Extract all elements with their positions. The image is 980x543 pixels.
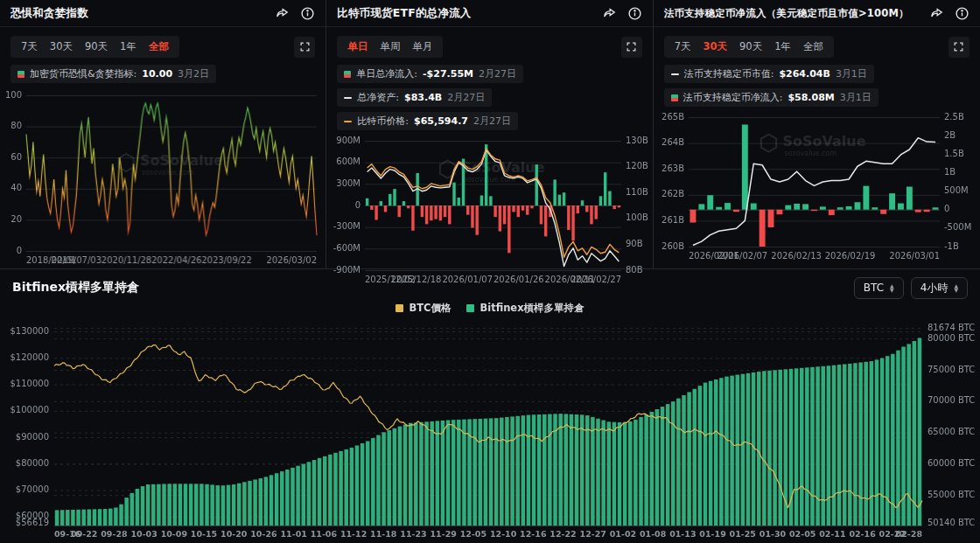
stablecoin-controls: 7天 30天 90天 1年 全部 xyxy=(654,27,980,58)
bitfinex-selectors: BTC ▲▼ 4小時 ▲▼ xyxy=(854,277,968,299)
tab-90d[interactable]: 90天 xyxy=(80,38,113,55)
btc-etf-panel: 比特币现货ETF的总净流入 单日 单周 单月 单日 xyxy=(326,0,653,268)
panel-title: 法币支持稳定币净流入（美元稳定币且市值>100M） xyxy=(664,7,909,20)
legend-value: $264.04B xyxy=(779,68,830,80)
stablecoin-legend: 法币支持稳定币市值: $264.04B 3月1日 法币支持稳定币净流入: $58… xyxy=(654,58,980,107)
legend-label: 加密货币恐惧&贪婪指标: xyxy=(30,67,136,80)
white-line-swatch-icon xyxy=(344,97,352,99)
header-icons xyxy=(602,6,642,21)
tab-all[interactable]: 全部 xyxy=(798,38,829,55)
asset-dropdown-value: BTC xyxy=(864,282,884,294)
info-icon[interactable] xyxy=(300,6,315,21)
legend-item: 单日总净流入: -$27.55M 2月27日 xyxy=(337,65,523,83)
legend-item: 法币支持稳定币净流入: $58.08M 3月1日 xyxy=(664,88,878,107)
header-icons xyxy=(275,6,315,21)
tab-daily[interactable]: 单日 xyxy=(342,38,373,55)
fullscreen-button[interactable] xyxy=(621,37,642,58)
info-icon[interactable] xyxy=(955,6,970,21)
panel-title: 比特币现货ETF的总净流入 xyxy=(337,6,471,21)
range-tab-group: 7天 30天 90天 1年 全部 xyxy=(10,36,179,58)
top-row: 恐惧和贪婪指数 7天 30天 90天 1年 全部 xyxy=(0,0,980,269)
legend-label: Bitfinex槓桿多單持倉 xyxy=(480,302,584,315)
bitfinex-panel: Bitfinex槓桿多單持倉 BTC ▲▼ 4小時 ▲▼ BTC價格 Bitfi… xyxy=(0,269,980,543)
interval-dropdown-value: 4小時 xyxy=(920,281,948,296)
legend-value: $58.08M xyxy=(788,92,834,103)
tab-all[interactable]: 全部 xyxy=(144,38,174,55)
asset-dropdown[interactable]: BTC ▲▼ xyxy=(854,277,904,299)
share-icon[interactable] xyxy=(275,6,290,21)
btc-etf-header: 比特币现货ETF的总净流入 xyxy=(326,0,652,27)
crypto-dashboard: 恐惧和贪婪指数 7天 30天 90天 1年 全部 xyxy=(0,0,980,543)
yellow-square-icon xyxy=(396,304,403,312)
panel-title: 恐惧和贪婪指数 xyxy=(10,6,88,21)
tab-7d[interactable]: 7天 xyxy=(16,38,43,55)
legend-date: 2月27日 xyxy=(479,67,516,80)
bitfinex-legend: BTC價格 Bitfinex槓桿多單持倉 xyxy=(0,299,980,317)
legend-value: $65,594.7 xyxy=(414,115,468,127)
stablecoin-panel: 法币支持稳定币净流入（美元稳定币且市值>100M） 7天 30天 90天 1年 … xyxy=(654,0,980,268)
legend-label: 法币支持稳定币市值: xyxy=(684,67,774,80)
stablecoin-chart xyxy=(654,110,980,264)
legend-item: 加密货币恐惧&贪婪指标: 10.00 3月2日 xyxy=(10,65,216,83)
legend-date: 3月2日 xyxy=(178,67,209,80)
info-icon[interactable] xyxy=(627,6,642,21)
range-tab-group: 7天 30天 90天 1年 全部 xyxy=(664,36,834,58)
fear-greed-panel: 恐惧和贪婪指数 7天 30天 90天 1年 全部 xyxy=(0,0,326,268)
legend-label: 单日总净流入: xyxy=(356,67,417,80)
orange-line-swatch-icon xyxy=(344,121,352,122)
btc-etf-controls: 单日 单周 单月 xyxy=(326,27,652,58)
legend-label: 总净资产: xyxy=(357,91,399,104)
header-icons xyxy=(929,6,970,21)
interval-dropdown[interactable]: 4小時 ▲▼ xyxy=(911,277,968,299)
white-line-swatch-icon xyxy=(671,73,679,75)
tab-monthly[interactable]: 单月 xyxy=(407,38,438,55)
legend-date: 3月1日 xyxy=(836,67,867,80)
updown-caret-icon: ▲▼ xyxy=(890,283,894,292)
green-square-icon xyxy=(466,304,474,312)
legend-label: 法币支持稳定币净流入: xyxy=(683,91,783,104)
fullscreen-button[interactable] xyxy=(294,37,315,58)
tab-weekly[interactable]: 单周 xyxy=(374,38,405,55)
legend-date: 2月27日 xyxy=(473,115,511,128)
period-tab-group: 单日 单周 单月 xyxy=(337,36,443,58)
btc-etf-legend: 单日总净流入: -$27.55M 2月27日 总净资产: $83.4B 2月27… xyxy=(326,58,652,130)
candle-swatch-icon xyxy=(18,71,24,78)
legend-value: -$27.55M xyxy=(423,68,473,80)
legend-item-positions: Bitfinex槓桿多單持倉 xyxy=(466,302,584,315)
tab-1y[interactable]: 1年 xyxy=(115,38,142,55)
legend-label: BTC價格 xyxy=(409,302,451,315)
legend-date: 2月27日 xyxy=(447,91,485,104)
legend-item: 总净资产: $83.4B 2月27日 xyxy=(337,88,492,107)
stablecoin-header: 法币支持稳定币净流入（美元稳定币且市值>100M） xyxy=(654,0,980,27)
tab-30d[interactable]: 30天 xyxy=(697,38,732,55)
share-icon[interactable] xyxy=(929,6,944,21)
tab-90d[interactable]: 90天 xyxy=(734,38,767,55)
fear-greed-controls: 7天 30天 90天 1年 全部 xyxy=(0,27,326,58)
legend-item-btc-price: BTC價格 xyxy=(396,302,451,315)
updown-caret-icon: ▲▼ xyxy=(954,283,958,292)
tab-1y[interactable]: 1年 xyxy=(769,38,796,55)
legend-item: 法币支持稳定币市值: $264.04B 3月1日 xyxy=(664,65,874,83)
legend-value: $83.4B xyxy=(404,92,442,103)
legend-label: 比特币价格: xyxy=(357,115,409,128)
tab-7d[interactable]: 7天 xyxy=(669,38,696,55)
bitfinex-header: Bitfinex槓桿多單持倉 BTC ▲▼ 4小時 ▲▼ xyxy=(0,276,980,299)
legend-item: 比特币价格: $65,594.7 2月27日 xyxy=(337,112,518,130)
candle-swatch-icon xyxy=(671,94,678,101)
fear-greed-header: 恐惧和贪婪指数 xyxy=(0,0,326,27)
bitfinex-chart xyxy=(0,317,980,543)
bitfinex-title: Bitfinex槓桿多單持倉 xyxy=(12,280,139,296)
share-icon[interactable] xyxy=(602,6,617,21)
fullscreen-button[interactable] xyxy=(948,37,970,58)
fear-greed-legend: 加密货币恐惧&贪婪指标: 10.00 3月2日 xyxy=(0,58,326,83)
fear-greed-chart xyxy=(0,87,326,270)
tab-30d[interactable]: 30天 xyxy=(45,38,78,55)
candle-swatch-icon xyxy=(344,71,351,78)
btc-etf-chart xyxy=(326,134,652,288)
legend-value: 10.00 xyxy=(142,68,172,80)
legend-date: 3月1日 xyxy=(840,91,872,104)
